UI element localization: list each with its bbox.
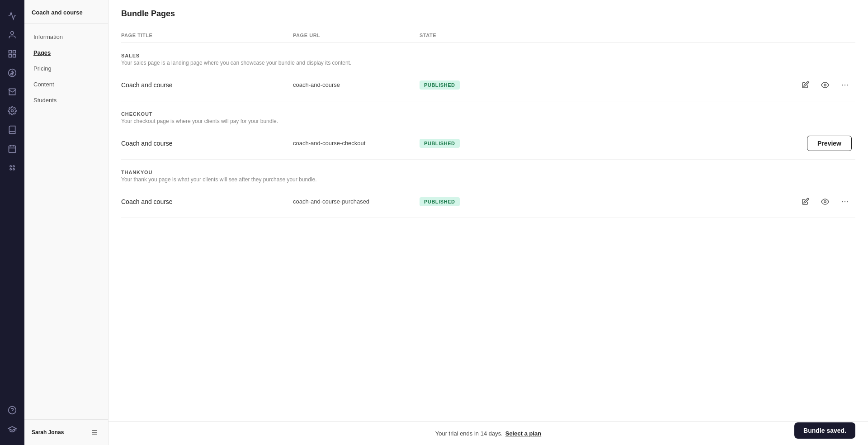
settings-icon[interactable] (4, 102, 21, 119)
svg-rect-4 (13, 55, 16, 57)
svg-rect-1 (9, 51, 12, 53)
status-badge: PUBLISHED (420, 80, 460, 90)
svg-point-23 (847, 84, 848, 85)
page-row-state: PUBLISHED (420, 197, 510, 206)
svg-rect-3 (9, 55, 12, 57)
sidebar-nav: Information Pages Pricing Content Studen… (24, 24, 108, 419)
table-row: Coach and course coach-and-course PUBLIS… (121, 69, 855, 101)
dollar-icon[interactable] (4, 64, 21, 81)
page-row-title: Coach and course (121, 81, 293, 89)
section-desc-sales: Your sales page is a landing page where … (121, 60, 855, 66)
sidebar-user: Sarah Jonas (32, 429, 64, 436)
edit-icon[interactable] (798, 78, 812, 92)
sidebar-title: Coach and course (24, 0, 108, 24)
sidebar-item-pages[interactable]: Pages (24, 45, 108, 61)
table-header: PAGE TITLE PAGE URL STATE (121, 26, 855, 43)
eye-icon[interactable] (818, 195, 832, 208)
icon-bar (0, 0, 24, 445)
more-options-icon[interactable] (838, 195, 852, 208)
section-checkout: CHECKOUT Your checkout page is where you… (121, 101, 855, 160)
svg-point-11 (10, 166, 11, 167)
table-row: Coach and course coach-and-course-purcha… (121, 185, 855, 218)
page-row-url: coach-and-course (293, 81, 420, 88)
svg-point-20 (824, 84, 826, 86)
svg-point-6 (11, 110, 14, 112)
section-label-checkout: CHECKOUT Your checkout page is where you… (121, 101, 855, 127)
svg-rect-2 (13, 51, 16, 53)
status-badge: PUBLISHED (420, 139, 460, 148)
page-row-url: coach-and-course-checkout (293, 140, 420, 147)
page-row-actions (510, 195, 855, 208)
more-options-icon[interactable] (838, 78, 852, 92)
sidebar-item-content[interactable]: Content (24, 76, 108, 92)
bottom-bar: Your trial ends in 14 days. Select a pla… (108, 421, 868, 445)
svg-point-0 (11, 32, 14, 35)
select-plan-link[interactable]: Select a plan (505, 430, 541, 437)
page-row-state: PUBLISHED (420, 80, 510, 90)
sidebar-item-students[interactable]: Students (24, 92, 108, 108)
section-desc-checkout: Your checkout page is where your clients… (121, 118, 855, 124)
col-header-state: STATE (420, 33, 510, 38)
svg-point-12 (13, 166, 14, 167)
main-body: PAGE TITLE PAGE URL STATE SALES Your sal… (108, 26, 868, 421)
col-header-actions (510, 33, 855, 38)
svg-point-27 (847, 201, 848, 202)
dashboard-icon[interactable] (4, 45, 21, 62)
edit-icon[interactable] (798, 195, 812, 208)
svg-point-26 (844, 201, 845, 202)
main-header: Bundle Pages (108, 0, 868, 26)
page-row-url: coach-and-course-purchased (293, 198, 420, 205)
section-label-thankyou: THANKYOU Your thank you page is what you… (121, 160, 855, 185)
svg-rect-7 (9, 146, 16, 152)
library-icon[interactable] (4, 121, 21, 138)
svg-point-24 (824, 200, 826, 203)
col-header-page-url: PAGE URL (293, 33, 420, 38)
section-sales: SALES Your sales page is a landing page … (121, 43, 855, 101)
svg-point-13 (10, 169, 11, 170)
section-title-sales: SALES (121, 53, 855, 58)
section-title-thankyou: THANKYOU (121, 170, 855, 175)
sidebar: Coach and course Information Pages Prici… (24, 0, 108, 445)
graduation-icon[interactable] (4, 421, 21, 438)
page-row-actions (510, 78, 855, 92)
svg-point-21 (842, 84, 843, 85)
svg-point-25 (842, 201, 843, 202)
apps-icon[interactable] (4, 159, 21, 176)
page-row-state: PUBLISHED (420, 139, 510, 148)
sidebar-item-information[interactable]: Information (24, 29, 108, 45)
preview-button[interactable]: Preview (807, 136, 852, 151)
trial-text: Your trial ends in 14 days. (435, 430, 503, 437)
section-label-sales: SALES Your sales page is a landing page … (121, 43, 855, 69)
sidebar-footer: Sarah Jonas (24, 419, 108, 445)
cursor-indicator (52, 83, 55, 86)
icon-bar-bottom (4, 402, 21, 438)
eye-icon[interactable] (818, 78, 832, 92)
users-icon[interactable] (4, 26, 21, 43)
page-row-title: Coach and course (121, 140, 293, 147)
help-icon[interactable] (4, 402, 21, 419)
page-row-title: Coach and course (121, 198, 293, 205)
section-thankyou: THANKYOU Your thank you page is what you… (121, 160, 855, 218)
section-desc-thankyou: Your thank you page is what your clients… (121, 176, 855, 183)
sidebar-item-pricing[interactable]: Pricing (24, 61, 108, 76)
calendar-icon[interactable] (4, 140, 21, 157)
svg-point-22 (844, 84, 845, 85)
status-badge: PUBLISHED (420, 197, 460, 206)
page-title: Bundle Pages (121, 9, 855, 19)
main-content: Bundle Pages PAGE TITLE PAGE URL STATE S… (108, 0, 868, 445)
bundle-saved-toast: Bundle saved. (794, 422, 855, 439)
page-row-actions: Preview (510, 136, 855, 151)
sidebar-more-button[interactable] (88, 426, 101, 439)
table-row: Coach and course coach-and-course-checko… (121, 127, 855, 160)
col-header-page-title: PAGE TITLE (121, 33, 293, 38)
section-title-checkout: CHECKOUT (121, 111, 855, 117)
mail-icon[interactable] (4, 83, 21, 100)
svg-point-14 (13, 169, 14, 170)
analytics-icon[interactable] (4, 7, 21, 24)
icon-bar-top (4, 7, 21, 398)
